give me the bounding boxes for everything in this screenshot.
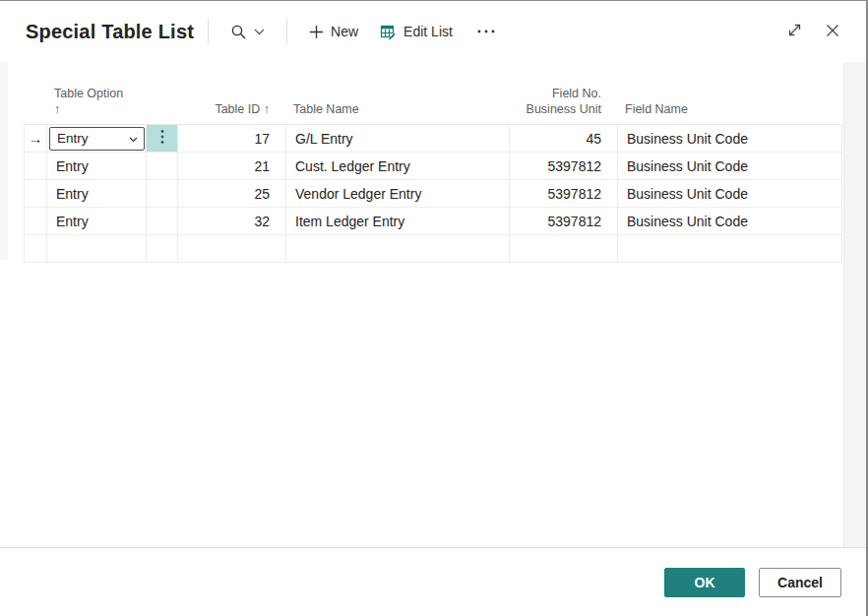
cell-assist-spacer bbox=[147, 235, 178, 263]
new-button[interactable]: New bbox=[301, 18, 366, 45]
table-name-cell[interactable]: Item Ledger Entry bbox=[286, 208, 510, 235]
table-id-cell[interactable]: 21 bbox=[178, 153, 286, 180]
cancel-button[interactable]: Cancel bbox=[759, 568, 841, 597]
special-table-grid: Table Option ↑ Table ID ↑ Table Name Fie… bbox=[24, 70, 841, 263]
column-header-table-name[interactable]: Table Name bbox=[285, 101, 509, 124]
ellipsis-icon bbox=[476, 29, 496, 34]
field-no-cell[interactable]: 5397812 bbox=[510, 153, 618, 180]
table-option-cell[interactable]: Entry bbox=[47, 208, 147, 235]
cell-assist-edit-button[interactable] bbox=[147, 125, 178, 153]
field-name-cell bbox=[618, 235, 842, 263]
column-header-ellipsis bbox=[146, 117, 177, 124]
table-option-cell[interactable]: Entry bbox=[47, 153, 147, 180]
field-no-cell[interactable]: 45 bbox=[510, 125, 618, 153]
column-header-field-no[interactable]: Field No. Business Unit bbox=[509, 86, 617, 125]
column-header-field-name[interactable]: Field Name bbox=[617, 101, 841, 124]
edit-list-icon bbox=[380, 24, 397, 40]
field-name-cell[interactable]: Business Unit Code bbox=[618, 125, 842, 153]
cell-assist-spacer bbox=[147, 180, 178, 208]
sort-ascending-icon: ↑ bbox=[264, 102, 270, 116]
table-row: Entry 21 Cust. Ledger Entry 5397812 Busi… bbox=[25, 153, 841, 180]
toolbar-separator bbox=[286, 19, 287, 44]
expand-dialog-button[interactable] bbox=[778, 14, 811, 49]
field-name-cell[interactable]: Business Unit Code bbox=[618, 208, 842, 235]
table-id-cell[interactable]: 25 bbox=[178, 180, 286, 208]
field-no-cell bbox=[510, 235, 618, 263]
search-button[interactable] bbox=[222, 18, 273, 46]
cell-assist-spacer bbox=[147, 208, 178, 235]
close-icon bbox=[825, 23, 840, 41]
search-icon bbox=[230, 24, 247, 40]
expand-icon bbox=[786, 22, 803, 41]
table-option-cell[interactable]: Entry bbox=[47, 180, 147, 208]
grid-column-headers: Table Option ↑ Table ID ↑ Table Name Fie… bbox=[24, 70, 841, 124]
row-indicator-cell bbox=[25, 153, 47, 180]
table-option-cell bbox=[47, 235, 147, 263]
new-button-label: New bbox=[331, 24, 358, 39]
table-row: Entry 25 Vendor Ledger Entry 5397812 Bus… bbox=[25, 180, 841, 208]
field-name-cell[interactable]: Business Unit Code bbox=[618, 153, 842, 180]
table-name-cell bbox=[286, 235, 510, 263]
table-row-empty bbox=[25, 235, 841, 263]
chevron-down-icon bbox=[129, 131, 138, 146]
page-title: Special Table List bbox=[26, 21, 194, 43]
table-row: → Entry 1 bbox=[25, 125, 841, 153]
grid-body: → Entry 1 bbox=[24, 124, 841, 263]
field-no-cell[interactable]: 5397812 bbox=[510, 208, 618, 235]
table-id-cell[interactable]: 17 bbox=[178, 125, 286, 153]
field-name-cell[interactable]: Business Unit Code bbox=[618, 180, 842, 208]
scrollbar-track[interactable] bbox=[843, 62, 866, 548]
special-table-list-dialog: Special Table List New bbox=[0, 0, 868, 616]
table-option-select[interactable]: Entry bbox=[49, 127, 145, 151]
chevron-down-icon bbox=[254, 29, 265, 35]
table-name-cell[interactable]: G/L Entry bbox=[286, 125, 510, 153]
sort-ascending-icon: ↑ bbox=[54, 102, 60, 116]
dialog-header: Special Table List New bbox=[0, 1, 866, 62]
field-no-cell[interactable]: 5397812 bbox=[510, 180, 618, 208]
edit-list-button-label: Edit List bbox=[403, 24, 453, 39]
row-indicator-cell bbox=[25, 235, 47, 263]
table-id-cell[interactable]: 32 bbox=[178, 208, 286, 235]
table-id-cell bbox=[178, 235, 286, 263]
dialog-footer: OK Cancel bbox=[0, 547, 866, 616]
content-left-gutter bbox=[0, 62, 8, 260]
ok-button[interactable]: OK bbox=[664, 568, 745, 597]
table-option-cell: Entry bbox=[47, 125, 147, 153]
table-name-cell[interactable]: Vendor Ledger Entry bbox=[286, 180, 510, 208]
column-header-table-id[interactable]: Table ID ↑ bbox=[177, 101, 285, 124]
more-options-button[interactable] bbox=[468, 23, 504, 40]
table-name-cell[interactable]: Cust. Ledger Entry bbox=[286, 153, 510, 180]
column-header-table-option[interactable]: Table Option ↑ bbox=[46, 86, 146, 125]
column-header-rowmark bbox=[24, 117, 46, 124]
right-arrow-icon: → bbox=[29, 130, 43, 147]
row-indicator-cell bbox=[25, 208, 47, 235]
close-dialog-button[interactable] bbox=[817, 15, 848, 49]
row-indicator-cell bbox=[25, 180, 47, 208]
plus-icon bbox=[309, 25, 324, 39]
vertical-ellipsis-icon bbox=[160, 129, 164, 148]
edit-list-button[interactable]: Edit List bbox=[372, 18, 461, 46]
toolbar-separator bbox=[208, 19, 209, 44]
active-row-indicator-cell: → bbox=[25, 125, 47, 153]
table-row: Entry 32 Item Ledger Entry 5397812 Busin… bbox=[25, 208, 841, 235]
cell-assist-spacer bbox=[147, 153, 178, 180]
